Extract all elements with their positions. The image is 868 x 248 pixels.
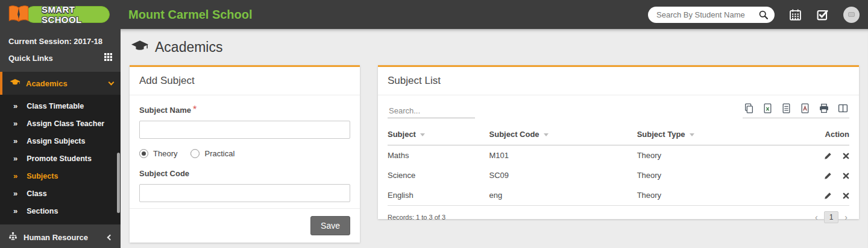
export-excel-icon[interactable]: [763, 103, 773, 113]
pagination-page-1[interactable]: 1: [824, 211, 839, 223]
radio-theory[interactable]: Theory: [139, 149, 177, 158]
session-block: Current Session: 2017-18 Quick Links: [0, 29, 121, 70]
avatar-emblem: [848, 12, 855, 17]
export-copy-icon[interactable]: [744, 103, 754, 113]
double-angle-icon: »: [13, 119, 17, 128]
sidebar-item-human-resource[interactable]: Human Resource: [0, 224, 121, 248]
subject-code-input[interactable]: [139, 184, 350, 202]
user-avatar[interactable]: [843, 7, 860, 23]
subject-type-radio-group: Theory Practical: [139, 149, 350, 158]
sidebar: Current Session: 2017-18 Quick Links: [0, 29, 121, 248]
table-row: Maths M101 Theory: [388, 145, 849, 166]
sidebar-scrollbar-thumb[interactable]: [117, 153, 120, 213]
logo-pill: SMART SCHOOL: [25, 6, 110, 23]
save-button[interactable]: Save: [310, 216, 350, 235]
required-asterisk: *: [193, 104, 197, 115]
table-row: Science SC09 Theory: [388, 165, 849, 185]
col-header-subject[interactable]: Subject: [388, 126, 489, 145]
header-actions: [648, 7, 868, 23]
sidebar-item-label: Human Resource: [24, 233, 88, 242]
academics-submenu: » Class Timetable » Assign Class Teacher…: [0, 95, 121, 224]
pagination-next-icon[interactable]: ›: [843, 212, 849, 222]
edit-pencil-icon[interactable]: [824, 172, 832, 180]
sidebar-item-subjects[interactable]: » Subjects: [0, 167, 121, 185]
double-angle-icon: »: [13, 206, 17, 215]
sidebar-item-label: Academics: [26, 79, 68, 88]
radio-circle-unchecked[interactable]: [190, 149, 200, 158]
calendar-icon[interactable]: [789, 8, 802, 21]
subject-code-label: Subject Code: [139, 169, 189, 178]
student-search-box: [648, 7, 775, 23]
graduation-cap-icon: [10, 78, 20, 89]
col-header-subject-code[interactable]: Subject Code: [489, 126, 637, 145]
logo-zone: SMART SCHOOL: [0, 0, 121, 29]
export-toolbar: [743, 103, 849, 118]
edit-pencil-icon[interactable]: [824, 152, 832, 160]
chevron-down-icon: [108, 80, 115, 86]
col-header-action: Action: [803, 126, 849, 145]
print-icon[interactable]: [819, 103, 829, 113]
records-summary: Records: 1 to 3 of 3: [388, 214, 445, 221]
grid-icon: [104, 52, 112, 63]
pagination: ‹ 1 ›: [813, 211, 849, 223]
app-logo[interactable]: SMART SCHOOL: [7, 4, 110, 25]
chevron-left-icon: [107, 235, 113, 241]
column-visibility-icon[interactable]: [838, 103, 848, 113]
sort-caret-icon: [690, 133, 694, 136]
subject-list-title: Subject List: [378, 67, 859, 95]
sidebar-item-assign-class-teacher[interactable]: » Assign Class Teacher: [0, 115, 121, 132]
top-header: SMART SCHOOL Mount Carmel School: [0, 0, 868, 29]
pagination-prev-icon[interactable]: ‹: [813, 212, 820, 222]
main-content: Academics Add Subject Subject Name* Theo…: [121, 29, 868, 248]
export-pdf-icon[interactable]: [800, 103, 810, 113]
subject-name-input[interactable]: [139, 121, 350, 139]
sitemap-icon: [8, 232, 17, 243]
double-angle-icon: »: [13, 101, 17, 110]
subject-list-card: Subject List: [378, 65, 859, 219]
radio-practical[interactable]: Practical: [190, 149, 234, 158]
sidebar-item-assign-subjects[interactable]: » Assign Subjects: [0, 132, 121, 150]
page-title-row: Academics: [131, 39, 859, 56]
sidebar-item-class[interactable]: » Class: [0, 185, 121, 202]
page-title: Academics: [155, 39, 222, 56]
delete-x-icon[interactable]: [843, 153, 849, 159]
export-csv-icon[interactable]: [781, 103, 791, 113]
subject-name-label: Subject Name: [139, 106, 191, 115]
double-angle-icon: »: [13, 189, 17, 198]
table-row: English eng Theory: [388, 185, 849, 206]
sidebar-item-academics[interactable]: Academics: [0, 72, 121, 95]
table-search-input[interactable]: [388, 104, 475, 118]
subject-table: Subject Subject Code Subject Type Action…: [388, 126, 849, 206]
double-angle-icon: »: [13, 171, 17, 180]
sidebar-item-promote-students[interactable]: » Promote Students: [0, 150, 121, 167]
edit-pencil-icon[interactable]: [824, 192, 832, 200]
quick-links-label: Quick Links: [8, 54, 53, 63]
col-header-subject-type[interactable]: Subject Type: [637, 126, 804, 145]
quick-links[interactable]: Quick Links: [8, 52, 112, 63]
delete-x-icon[interactable]: [843, 192, 849, 199]
delete-x-icon[interactable]: [843, 173, 849, 179]
tasks-check-icon[interactable]: [816, 8, 829, 21]
graduation-cap-icon: [131, 40, 149, 55]
add-subject-card: Add Subject Subject Name* Theory Pract: [130, 65, 360, 243]
current-session-label: Current Session: 2017-18: [8, 37, 112, 46]
sidebar-item-class-timetable[interactable]: » Class Timetable: [0, 97, 121, 115]
radio-circle-checked[interactable]: [139, 149, 148, 158]
sidebar-item-sections[interactable]: » Sections: [0, 202, 121, 220]
student-search-input[interactable]: [656, 10, 758, 19]
sort-caret-icon: [544, 133, 549, 136]
school-name: Mount Carmel School: [128, 8, 253, 22]
double-angle-icon: »: [13, 136, 17, 145]
open-book-icon: [7, 4, 30, 26]
search-icon[interactable]: [758, 10, 769, 20]
double-angle-icon: »: [13, 154, 17, 163]
sort-caret-icon: [420, 133, 425, 136]
logo-text: SMART SCHOOL: [42, 4, 109, 25]
add-subject-title: Add Subject: [130, 67, 360, 95]
